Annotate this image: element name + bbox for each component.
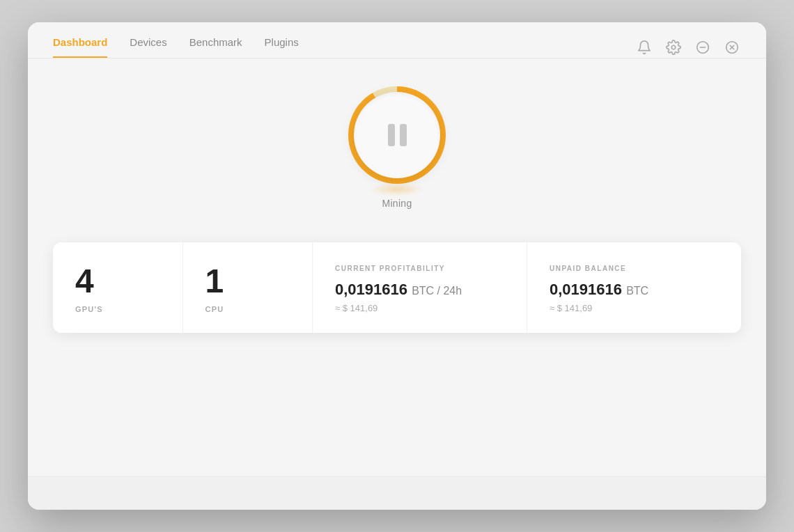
svg-point-0 [671, 45, 676, 49]
profitability-btc-value: 0,0191616 BTC / 24h [335, 281, 462, 299]
balance-usd-value: ≈ $ 141,69 [550, 303, 592, 313]
balance-card: UNPAID BALANCE 0,0191616 BTC ≈ $ 141,69 [527, 242, 741, 333]
close-icon[interactable] [723, 38, 741, 56]
gpu-card: 4 GPU'S [53, 242, 183, 333]
tab-benchmark[interactable]: Benchmark [189, 36, 242, 58]
tab-devices[interactable]: Devices [130, 36, 166, 58]
cpu-card: 1 CPU [183, 242, 313, 333]
cpu-count-value: 1 [205, 265, 224, 298]
notification-icon[interactable] [635, 38, 653, 56]
gpu-count-value: 4 [75, 265, 94, 298]
profitability-btc-unit: BTC / 24h [412, 285, 462, 297]
profitability-card: CURRENT PROFITABILITY 0,0191616 BTC / 24… [313, 242, 527, 333]
pause-bar-left [388, 124, 395, 146]
nav-controls [635, 38, 741, 56]
nav-tabs: Dashboard Devices Benchmark Plugins [53, 36, 299, 58]
mining-toggle-button[interactable] [354, 92, 440, 178]
stats-row: 4 GPU'S 1 CPU CURRENT PROFITABILITY 0,01… [53, 242, 741, 333]
mining-section: Mining [348, 86, 446, 209]
balance-heading: UNPAID BALANCE [550, 265, 626, 272]
pause-bar-right [400, 124, 407, 146]
bottom-bar [28, 476, 766, 510]
mining-status-label: Mining [382, 198, 412, 209]
minimize-icon[interactable] [694, 38, 712, 56]
app-window: Dashboard Devices Benchmark Plugins [28, 22, 766, 510]
balance-btc-unit: BTC [626, 285, 648, 297]
pause-icon [388, 124, 407, 146]
profitability-heading: CURRENT PROFITABILITY [335, 265, 445, 272]
main-content: Mining 4 GPU'S 1 CPU CURRENT PROFITABILI… [28, 58, 766, 476]
gpu-label: GPU'S [75, 305, 103, 313]
settings-icon[interactable] [664, 38, 683, 56]
balance-btc-value: 0,0191616 BTC [550, 281, 648, 299]
profitability-usd-value: ≈ $ 141,69 [335, 303, 377, 313]
tab-plugins[interactable]: Plugins [265, 36, 299, 58]
nav-bar: Dashboard Devices Benchmark Plugins [28, 22, 766, 58]
mining-button-wrapper [348, 86, 446, 184]
ring-shadow [369, 182, 425, 196]
tab-dashboard[interactable]: Dashboard [53, 36, 107, 58]
cpu-label: CPU [205, 305, 224, 313]
